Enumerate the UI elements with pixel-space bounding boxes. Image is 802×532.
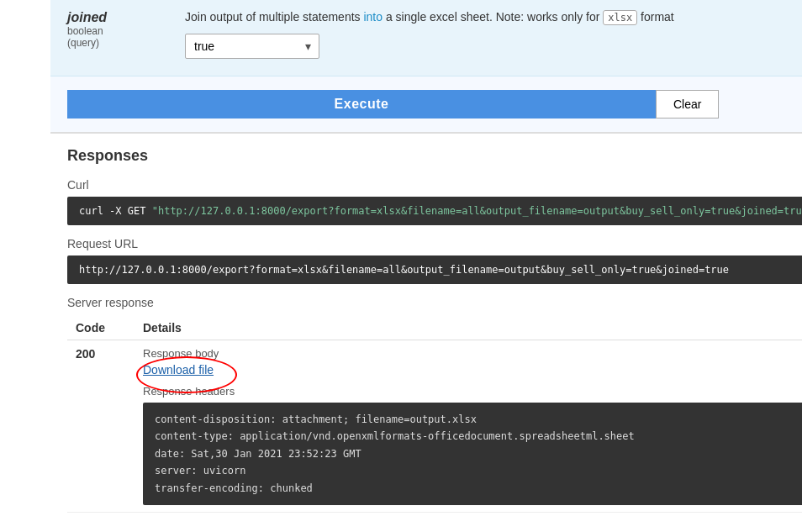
header-line-1: content-disposition: attachment; filenam… — [155, 411, 802, 428]
response-code: 200 — [67, 340, 135, 513]
header-line-2: content-type: application/vnd.openxmlfor… — [155, 428, 802, 445]
curl-block: curl -X GET "http://127.0.0.1:8000/expor… — [67, 197, 802, 225]
headers-block: content-disposition: attachment; filenam… — [143, 403, 802, 505]
server-response-label: Server response — [67, 296, 802, 309]
code-header: Code — [67, 316, 135, 340]
execute-button[interactable]: Execute — [67, 90, 656, 119]
header-line-3: date: Sat,30 Jan 2021 23:52:23 GMT — [155, 445, 802, 462]
header-line-5: transfer-encoding: chunked — [155, 480, 802, 497]
download-link-wrapper: Download file — [143, 363, 214, 377]
clear-button[interactable]: Clear — [656, 90, 719, 119]
response-body-label: Response body — [143, 347, 802, 360]
header-line-4: server: uvicorn — [155, 462, 802, 479]
execute-section: Execute Clear — [50, 76, 802, 133]
response-table: Code Details 200 Response body Download — [67, 316, 802, 513]
request-url-label: Request URL — [67, 237, 802, 250]
param-name: joined — [67, 10, 168, 25]
param-section: joined boolean (query) Join output of mu… — [50, 0, 802, 76]
joined-select[interactable]: true false — [185, 34, 319, 59]
responses-title: Responses — [67, 147, 802, 165]
table-row: 200 Response body Download file Response… — [67, 340, 802, 513]
param-description: Join output of multiple statements into … — [185, 10, 802, 24]
download-file-link[interactable]: Download file — [143, 363, 214, 377]
responses-section: Responses Curl curl -X GET "http://127.0… — [50, 134, 802, 526]
response-headers-label: Response headers — [143, 385, 802, 398]
curl-label: Curl — [67, 178, 802, 192]
request-url-block: http://127.0.0.1:8000/export?format=xlsx… — [67, 255, 802, 284]
param-type: boolean (query) — [67, 25, 168, 49]
joined-select-wrapper: true false ▾ — [185, 34, 319, 59]
response-details: Response body Download file Response hea… — [135, 340, 802, 513]
details-header: Details — [135, 316, 802, 340]
